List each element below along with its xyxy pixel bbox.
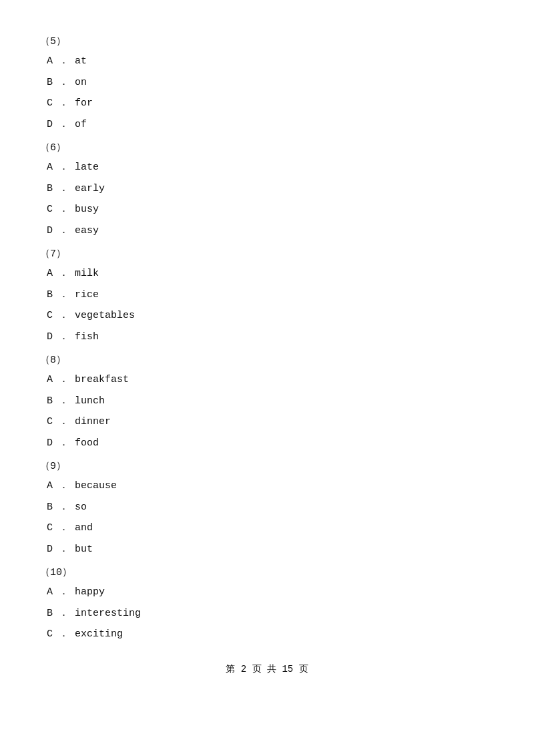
option-q5-c[interactable]: C ． for [40, 95, 494, 112]
question-number-q5: （5） [40, 35, 494, 47]
question-number-q8: （8） [40, 353, 494, 366]
question-number-q9: （9） [40, 459, 494, 472]
option-q7-c[interactable]: C ． vegetables [40, 307, 494, 325]
question-number-q6: （6） [40, 141, 494, 154]
option-q10-c[interactable]: C ． exciting [40, 626, 494, 643]
option-q7-a[interactable]: A ． milk [40, 265, 494, 282]
question-section-q9: （9）A ． becauseB ． soC ． andD ． but [40, 459, 494, 558]
option-q9-c[interactable]: C ． and [40, 520, 494, 537]
option-q6-a[interactable]: A ． late [40, 159, 494, 176]
question-number-q7: （7） [40, 247, 494, 260]
option-q8-c[interactable]: C ． dinner [40, 413, 494, 431]
option-q6-d[interactable]: D ． easy [40, 222, 494, 240]
option-q8-d[interactable]: D ． food [40, 435, 494, 452]
page-footer: 第 2 页 共 15 页 [40, 663, 494, 675]
question-section-q5: （5）A ． atB ． onC ． forD ． of [40, 35, 494, 133]
option-q8-a[interactable]: A ． breakfast [40, 371, 494, 389]
question-section-q10: （10）A ． happyB ． interestingC ． exciting [40, 566, 494, 643]
question-number-q10: （10） [40, 566, 494, 578]
question-section-q7: （7）A ． milkB ． riceC ． vegetablesD ． fis… [40, 247, 494, 345]
option-q5-a[interactable]: A ． at [40, 53, 494, 70]
question-section-q6: （6）A ． lateB ． earlyC ． busyD ． easy [40, 141, 494, 239]
option-q7-b[interactable]: B ． rice [40, 287, 494, 304]
option-q7-d[interactable]: D ． fish [40, 329, 494, 346]
option-q10-a[interactable]: A ． happy [40, 584, 494, 601]
question-section-q8: （8）A ． breakfastB ． lunchC ． dinnerD ． f… [40, 353, 494, 451]
option-q9-a[interactable]: A ． because [40, 478, 494, 495]
option-q9-b[interactable]: B ． so [40, 499, 494, 516]
option-q5-d[interactable]: D ． of [40, 116, 494, 134]
option-q9-d[interactable]: D ． but [40, 541, 494, 558]
option-q6-c[interactable]: C ． busy [40, 201, 494, 218]
option-q6-b[interactable]: B ． early [40, 180, 494, 198]
option-q10-b[interactable]: B ． interesting [40, 605, 494, 622]
option-q8-b[interactable]: B ． lunch [40, 393, 494, 410]
option-q5-b[interactable]: B ． on [40, 74, 494, 91]
